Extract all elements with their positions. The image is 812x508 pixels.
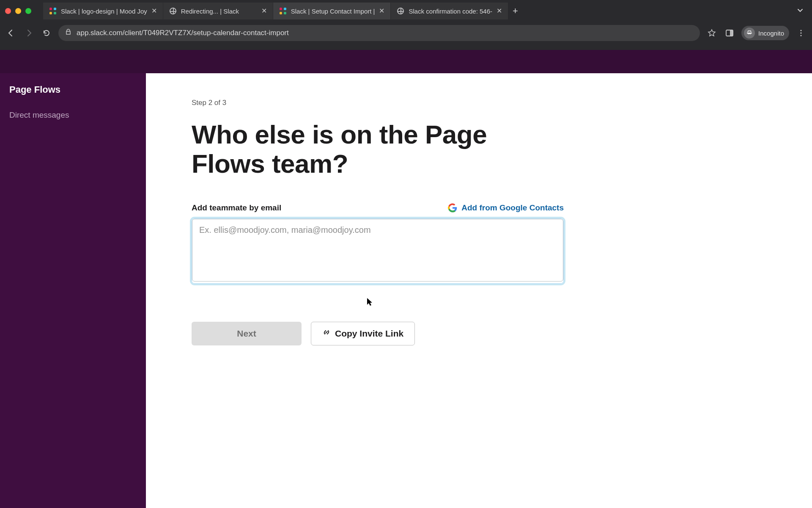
next-button[interactable]: Next [192,322,302,345]
next-button-label: Next [237,329,256,339]
tab-title: Redirecting... | Slack [181,8,257,15]
tab-close-icon[interactable]: ✕ [497,8,502,14]
window-maximize-button[interactable] [25,8,31,14]
svg-point-4 [800,35,801,36]
svg-rect-1 [730,30,733,36]
email-input-wrapper [192,218,564,284]
tabs-dropdown-icon[interactable] [793,7,807,15]
browser-tab[interactable]: Slack confirmation code: 546- ✕ [391,3,508,19]
sidebar-item-direct-messages[interactable]: Direct messages [9,110,137,120]
teammate-email-input[interactable] [192,219,563,282]
window-controls [5,8,31,14]
nav-back-button[interactable] [5,27,17,39]
copy-invite-link-button[interactable]: Copy Invite Link [311,322,415,345]
page-heading: Who else is on the Page Flows team? [192,120,564,179]
workspace-name[interactable]: Page Flows [9,84,137,95]
copy-invite-link-label: Copy Invite Link [335,329,403,339]
lock-icon [65,29,71,37]
url-toolbar: app.slack.com/client/T049R2VTZ7X/setup-c… [0,22,812,44]
tab-bar: Slack | logo-design | Mood Joy ✕ Redirec… [0,0,812,22]
tab-close-icon[interactable]: ✕ [151,8,157,14]
incognito-label: Incognito [758,30,784,37]
tabs: Slack | logo-design | Mood Joy ✕ Redirec… [43,3,807,19]
google-contacts-label: Add from Google Contacts [461,203,564,213]
browser-chrome: Slack | logo-design | Mood Joy ✕ Redirec… [0,0,812,50]
add-from-google-contacts-link[interactable]: Add from Google Contacts [448,203,564,213]
slack-favicon-icon [49,7,57,15]
nav-reload-button[interactable] [41,27,52,39]
panel-icon[interactable] [724,29,735,37]
url-text: app.slack.com/client/T049R2VTZ7X/setup-c… [77,29,289,37]
link-icon [322,328,331,339]
window-minimize-button[interactable] [15,8,21,14]
step-label: Step 2 of 3 [192,99,564,107]
tab-close-icon[interactable]: ✕ [261,8,267,14]
google-logo-icon [448,203,457,213]
tab-title: Slack | Setup Contact Import | [291,8,375,15]
browser-tab-active[interactable]: Slack | Setup Contact Import | ✕ [273,3,391,19]
nav-forward-button[interactable] [23,27,35,39]
tab-title: Slack | logo-design | Mood Joy [61,8,147,15]
browser-tab[interactable]: Redirecting... | Slack ✕ [163,3,273,19]
new-tab-button[interactable]: + [508,6,522,17]
slack-favicon-icon [279,7,287,15]
kebab-menu-icon[interactable] [795,29,807,37]
svg-point-3 [800,32,801,33]
svg-point-2 [800,30,801,31]
slack-topbar [0,50,812,73]
browser-tab[interactable]: Slack | logo-design | Mood Joy ✕ [43,3,163,19]
globe-favicon-icon [169,7,177,15]
incognito-icon [744,28,755,39]
url-field[interactable]: app.slack.com/client/T049R2VTZ7X/setup-c… [58,25,700,41]
email-field-label: Add teammate by email [192,203,281,213]
tab-title: Slack confirmation code: 546- [409,8,492,15]
app-body: Page Flows Direct messages Step 2 of 3 W… [0,73,812,508]
sidebar: Page Flows Direct messages [0,73,146,508]
tab-close-icon[interactable]: ✕ [379,8,384,14]
globe-favicon-icon [397,7,404,15]
incognito-indicator[interactable]: Incognito [741,26,789,40]
app-shell: Page Flows Direct messages Step 2 of 3 W… [0,50,812,508]
main-content: Step 2 of 3 Who else is on the Page Flow… [146,73,812,508]
bookmark-star-icon[interactable] [706,29,718,37]
window-close-button[interactable] [5,8,11,14]
